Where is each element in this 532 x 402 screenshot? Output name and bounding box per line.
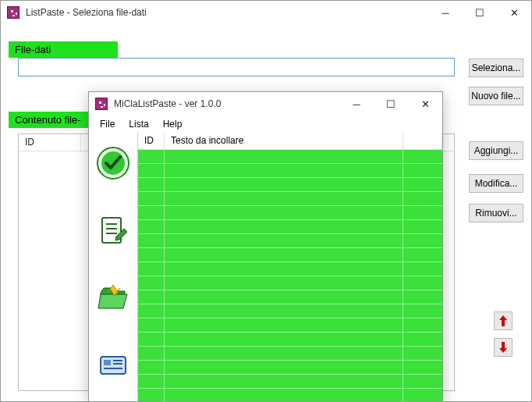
grid-rows[interactable] bbox=[138, 150, 442, 401]
confirm-button[interactable] bbox=[95, 145, 131, 181]
close-button[interactable]: ✕ bbox=[408, 92, 442, 116]
move-up-button[interactable] bbox=[494, 311, 512, 330]
grid-row[interactable] bbox=[138, 389, 442, 401]
window-title: MiClaListPaste - ver 1.0.0 bbox=[112, 98, 339, 109]
move-down-button[interactable] bbox=[494, 338, 512, 357]
aggiungi-button[interactable]: Aggiungi... bbox=[469, 141, 523, 160]
grid-row[interactable] bbox=[138, 164, 442, 178]
menu-help[interactable]: Help bbox=[157, 117, 189, 131]
column-header-text[interactable]: Testo da incollare bbox=[165, 133, 403, 149]
grid-row[interactable] bbox=[138, 150, 442, 164]
window-miclalistpaste: MiClaListPaste - ver 1.0.0 ─ ☐ ✕ File Li… bbox=[88, 91, 443, 402]
titlebar-back[interactable]: ListPaste - Seleziona file-dati ─ ☐ ✕ bbox=[1, 1, 531, 24]
document-edit-icon bbox=[96, 213, 130, 247]
menu-lista[interactable]: Lista bbox=[122, 117, 154, 131]
folder-open-icon bbox=[96, 280, 130, 315]
svg-marker-1 bbox=[499, 342, 507, 353]
seleziona-button[interactable]: Seleziona... bbox=[469, 59, 523, 77]
window-title: ListPaste - Seleziona file-dati bbox=[24, 7, 428, 18]
app-icon bbox=[7, 6, 20, 19]
minimize-button[interactable]: ─ bbox=[428, 1, 463, 24]
grid-row[interactable] bbox=[138, 290, 442, 304]
svg-marker-0 bbox=[499, 315, 507, 326]
column-header-id[interactable]: ID bbox=[19, 134, 81, 151]
grid-row[interactable] bbox=[138, 220, 442, 234]
card-icon bbox=[96, 347, 130, 382]
modifica-button[interactable]: Modifica... bbox=[469, 174, 523, 193]
menu-file[interactable]: File bbox=[94, 117, 121, 131]
file-path-input[interactable] bbox=[18, 58, 455, 76]
grid-row[interactable] bbox=[138, 318, 442, 333]
grid-row[interactable] bbox=[138, 347, 442, 361]
grid-row[interactable] bbox=[138, 262, 442, 276]
arrow-down-icon bbox=[499, 342, 507, 353]
grid-row[interactable] bbox=[138, 304, 442, 318]
grid-row[interactable] bbox=[138, 248, 442, 262]
maximize-button[interactable]: ☐ bbox=[463, 1, 497, 24]
data-grid[interactable]: ID Testo da incollare bbox=[137, 133, 442, 401]
close-button[interactable]: ✕ bbox=[497, 1, 531, 24]
minimize-button[interactable]: ─ bbox=[339, 92, 374, 116]
rimuovi-button[interactable]: Rimuovi... bbox=[469, 204, 523, 222]
grid-row[interactable] bbox=[138, 192, 442, 206]
grid-row[interactable] bbox=[138, 375, 442, 389]
column-header-id[interactable]: ID bbox=[138, 133, 165, 149]
column-header-empty[interactable] bbox=[403, 133, 442, 149]
arrow-up-icon bbox=[499, 315, 507, 326]
edit-list-button[interactable] bbox=[95, 212, 131, 248]
window-body: ID Testo da incollare bbox=[89, 133, 442, 401]
grid-row[interactable] bbox=[138, 276, 442, 290]
grid-row[interactable] bbox=[138, 206, 442, 220]
menu-bar: File Lista Help bbox=[89, 116, 442, 133]
grid-row[interactable] bbox=[138, 178, 442, 192]
grid-row[interactable] bbox=[138, 234, 442, 248]
maximize-button[interactable]: ☐ bbox=[374, 92, 408, 116]
checkmark-icon bbox=[96, 146, 130, 180]
open-folder-button[interactable] bbox=[95, 279, 131, 315]
app-icon bbox=[95, 98, 108, 110]
grid-header: ID Testo da incollare bbox=[138, 133, 442, 150]
nuovo-file-button[interactable]: Nuovo file... bbox=[469, 87, 523, 105]
toolbar bbox=[89, 133, 137, 401]
titlebar-front[interactable]: MiClaListPaste - ver 1.0.0 ─ ☐ ✕ bbox=[89, 92, 442, 116]
grid-row[interactable] bbox=[138, 361, 442, 375]
card-view-button[interactable] bbox=[95, 347, 131, 382]
svg-rect-10 bbox=[104, 360, 111, 365]
section-label-file-dati: File-dati bbox=[9, 41, 118, 58]
grid-row[interactable] bbox=[138, 333, 442, 347]
